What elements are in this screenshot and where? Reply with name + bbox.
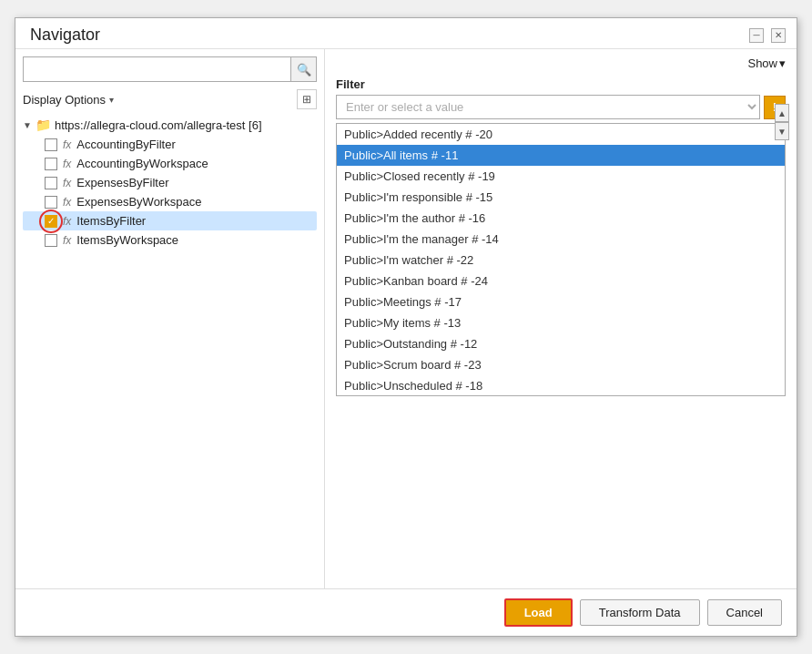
main-content: 🔍 Display Options ▾ ⊞ ▼ 📁 https [15, 49, 797, 588]
checkbox-ExpensesByWorkspace[interactable] [45, 196, 57, 209]
navigator-dialog: Navigator ─ ✕ 🔍 Display Options ▾ [15, 17, 797, 637]
dropdown-item-all-items[interactable]: Public>All items # -11 [337, 145, 785, 166]
dropdown-item-im-responsible[interactable]: Public>I'm responsible # -15 [337, 187, 785, 208]
transform-data-button[interactable]: Transform Data [580, 599, 700, 626]
table-icon: ⊞ [302, 93, 311, 106]
table-view-button[interactable]: ⊞ [297, 89, 317, 109]
checkbox-AccountingByFilter[interactable] [45, 138, 57, 151]
tree-item-AccountingByWorkspace[interactable]: fx AccountingByWorkspace [23, 154, 317, 173]
tree-area: ▼ 📁 https://allegra-cloud.com/allegra-te… [23, 115, 317, 581]
cancel-button[interactable]: Cancel [707, 599, 782, 626]
search-button[interactable]: 🔍 [290, 57, 316, 81]
filter-label: Filter [336, 77, 786, 91]
folder-label: https://allegra-cloud.com/allegra-test [… [55, 118, 262, 132]
dropdown-item-im-manager[interactable]: Public>I'm the manager # -14 [337, 229, 785, 250]
window-controls: ─ ✕ [749, 28, 786, 43]
item-label-ItemsByWorkspace: ItemsByWorkspace [76, 233, 178, 247]
checkbox-ItemsByFilter[interactable]: ✓ [45, 215, 57, 228]
close-button[interactable]: ✕ [771, 28, 786, 43]
item-label-AccountingByFilter: AccountingByFilter [76, 138, 175, 151]
dropdown-item-unscheduled[interactable]: Public>Unscheduled # -18 [337, 375, 785, 396]
tree-folder[interactable]: ▼ 📁 https://allegra-cloud.com/allegra-te… [23, 115, 317, 135]
minimize-button[interactable]: ─ [749, 28, 764, 43]
dropdown-item-closed-recently[interactable]: Public>Closed recently # -19 [337, 166, 785, 187]
scroll-up-icon: ▲ [777, 108, 787, 118]
search-input[interactable] [24, 59, 290, 80]
dialog-title: Navigator [30, 26, 100, 45]
show-button[interactable]: Show ▾ [747, 56, 786, 70]
item-label-ItemsByFilter: ItemsByFilter [76, 214, 146, 228]
display-options-arrow: ▾ [109, 95, 114, 105]
tree-item-ExpensesByFilter[interactable]: fx ExpensesByFilter [23, 173, 317, 192]
tree-item-ItemsByFilter[interactable]: ✓ fx ItemsByFilter [23, 211, 317, 230]
display-options-row: Display Options ▾ ⊞ [23, 89, 317, 109]
folder-expand-arrow: ▼ [23, 120, 32, 130]
item-label-ExpensesByWorkspace: ExpensesByWorkspace [76, 195, 201, 209]
title-bar: Navigator ─ ✕ [15, 18, 797, 49]
scroll-down-button[interactable]: ▼ [775, 122, 789, 140]
checkbox-AccountingByWorkspace[interactable] [45, 158, 57, 170]
show-arrow: ▾ [779, 56, 786, 70]
search-icon: 🔍 [297, 63, 311, 77]
scroll-down-icon: ▼ [777, 127, 787, 137]
tree-item-ItemsByWorkspace[interactable]: fx ItemsByWorkspace [23, 230, 317, 250]
show-label: Show [747, 56, 777, 70]
checkbox-ItemsByWorkspace[interactable] [45, 234, 57, 247]
dropdown-item-outstanding[interactable]: Public>Outstanding # -12 [337, 333, 785, 354]
right-panel: Show ▾ Filter Enter or select a value ! … [325, 49, 797, 588]
tree-item-AccountingByFilter[interactable]: fx AccountingByFilter [23, 135, 317, 154]
item-label-ExpensesByFilter: ExpensesByFilter [76, 176, 168, 189]
dropdown-item-im-watcher[interactable]: Public>I'm watcher # -22 [337, 250, 785, 271]
item-label-AccountingByWorkspace: AccountingByWorkspace [76, 157, 208, 170]
checkbox-ExpensesByFilter[interactable] [45, 177, 57, 189]
show-row: Show ▾ [336, 56, 786, 70]
display-options-button[interactable]: Display Options ▾ [23, 93, 114, 107]
dropdown-item-scrum-board[interactable]: Public>Scrum board # -23 [337, 354, 785, 375]
search-row: 🔍 [23, 56, 317, 82]
dropdown-item-meetings[interactable]: Public>Meetings # -17 [337, 291, 785, 312]
tree-item-ExpensesByWorkspace[interactable]: fx ExpensesByWorkspace [23, 192, 317, 211]
filter-select[interactable]: Enter or select a value [336, 95, 760, 119]
dropdown-item-kanban-board[interactable]: Public>Kanban board # -24 [337, 271, 785, 291]
dropdown-item-im-author[interactable]: Public>I'm the author # -16 [337, 208, 785, 229]
dropdown-item-my-items[interactable]: Public>My items # -13 [337, 312, 785, 333]
scroll-arrows: ▲ ▼ [775, 104, 789, 140]
dropdown-list: Public>Added recently # -20Public>All it… [336, 123, 786, 396]
footer: Load Transform Data Cancel [15, 588, 797, 636]
filter-input-row: Enter or select a value ! [336, 95, 786, 119]
folder-icon: 📁 [36, 118, 51, 132]
dropdown-item-added-recently[interactable]: Public>Added recently # -20 [337, 124, 785, 145]
load-button[interactable]: Load [504, 598, 573, 627]
scroll-up-button[interactable]: ▲ [775, 104, 789, 122]
left-panel: 🔍 Display Options ▾ ⊞ ▼ 📁 https [15, 49, 325, 588]
display-options-label: Display Options [23, 93, 106, 107]
